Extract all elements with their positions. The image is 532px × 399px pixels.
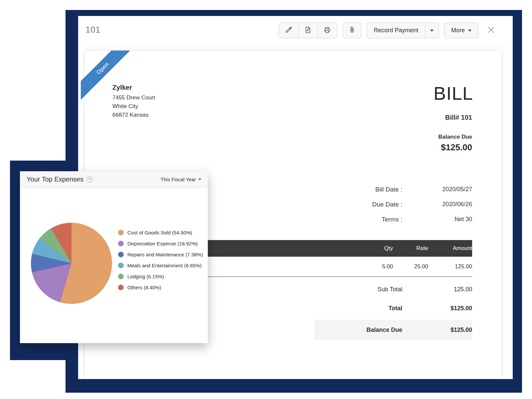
expenses-legend: Cost of Goods Sold (54.50%)Depreciation … [118, 227, 203, 293]
bill-date-value: 2020/05/27 [402, 186, 472, 193]
qty-cell: 5.00 [360, 263, 393, 270]
total-row: Total $125.00 [314, 299, 472, 318]
balance-due-row-value: $125.00 [402, 327, 472, 333]
legend-label: Cost of Goods Sold (54.50%) [127, 230, 192, 235]
more-button[interactable]: More [444, 23, 478, 38]
help-icon[interactable]: ? [86, 176, 93, 183]
amount-header: Amount [428, 245, 472, 252]
screenshot-root: 101 [0, 0, 532, 399]
status-ribbon-label: Open [95, 61, 110, 76]
bill-number-title: 101 [85, 25, 100, 35]
terms-value: Net 30 [402, 216, 472, 223]
pdf-button[interactable] [298, 23, 318, 38]
bill-date-label: Bill Date : [375, 186, 402, 193]
pencil-icon [285, 26, 293, 35]
legend-color-dot [118, 252, 124, 257]
due-date-label: Due Date : [372, 201, 402, 208]
record-payment-label: Record Payment [374, 27, 418, 34]
printer-icon [323, 26, 331, 35]
balance-due-label: Balance Due [438, 134, 472, 140]
toolbar: Record Payment More [279, 23, 498, 38]
balance-due-row: Balance Due $125.00 [314, 320, 472, 340]
vendor-address-line: 7455 Drew Court [112, 93, 155, 102]
expenses-pie-chart [31, 223, 112, 304]
qty-header: Qty [360, 245, 393, 252]
balance-due-block: Balance Due $125.00 [438, 134, 472, 153]
legend-item: Lodging (6.15%) [118, 271, 203, 282]
paperclip-icon [348, 26, 356, 35]
vendor-address-block: Zylker 7455 Drew Court White City 66872 … [112, 84, 155, 119]
print-button[interactable] [318, 23, 337, 38]
totals-section: Sub Total 125.00 Total $125.00 Balance D… [314, 280, 472, 340]
legend-label: Repairs and Maintenance (7.38%) [127, 252, 203, 257]
window-header: 101 [78, 16, 513, 47]
bill-meta: Bill Date : 2020/05/27 Due Date : 2020/0… [273, 182, 472, 227]
toolbar-button-group [279, 23, 337, 38]
legend-item: Repairs and Maintenance (7.38%) [118, 249, 203, 260]
balance-due-amount: $125.00 [438, 142, 472, 153]
terms-row: Terms : Net 30 [273, 212, 472, 227]
legend-color-dot [118, 274, 124, 279]
close-button[interactable] [484, 23, 498, 38]
legend-label: Lodging (6.15%) [127, 274, 164, 279]
legend-label: Depreciation Expense (16.92%) [127, 241, 198, 246]
pdf-icon [304, 26, 312, 35]
balance-due-row-label: Balance Due [314, 327, 402, 333]
vendor-address-line: 66872 Kansas [112, 111, 155, 119]
rate-cell: 25.00 [393, 263, 428, 270]
legend-item: Depreciation Expense (16.92%) [118, 238, 203, 249]
record-payment-button[interactable]: Record Payment [367, 23, 425, 38]
legend-item: Others (8.40%) [118, 282, 203, 293]
document-type-title: BILL [434, 82, 473, 104]
legend-item: Cost of Goods Sold (54.50%) [118, 227, 203, 238]
legend-label: Others (8.40%) [127, 285, 161, 290]
chevron-down-icon [468, 30, 471, 32]
chevron-down-icon [199, 179, 201, 180]
period-label: This Fiscal Year [161, 177, 196, 182]
top-expenses-title: Your Top Expenses [27, 176, 83, 183]
due-date-row: Due Date : 2020/06/26 [273, 197, 472, 212]
subtotal-row: Sub Total 125.00 [314, 280, 472, 299]
top-expenses-header: Your Top Expenses ? This Fiscal Year [20, 171, 208, 188]
vendor-address-line: White City [112, 102, 155, 111]
total-label: Total [314, 305, 402, 312]
subtotal-label: Sub Total [314, 286, 402, 293]
legend-color-dot [118, 241, 124, 246]
total-value: $125.00 [402, 305, 472, 312]
period-selector[interactable]: This Fiscal Year [161, 177, 201, 182]
close-icon [487, 26, 495, 36]
chevron-down-icon [430, 30, 434, 32]
ribbon-fold [81, 94, 86, 99]
due-date-value: 2020/06/26 [402, 201, 472, 208]
vendor-name: Zylker [112, 84, 155, 91]
more-label: More [451, 27, 465, 34]
subtotal-value: 125.00 [402, 286, 472, 293]
terms-label: Terms : [382, 216, 402, 223]
legend-item: Meals and Entertainment (6.65%) [118, 260, 203, 271]
bill-date-row: Bill Date : 2020/05/27 [273, 182, 472, 197]
legend-color-dot [118, 285, 124, 290]
attach-button[interactable] [343, 23, 361, 38]
record-payment-split-button: Record Payment [367, 23, 439, 38]
legend-color-dot [118, 230, 124, 235]
edit-button[interactable] [279, 23, 298, 38]
legend-color-dot [118, 263, 124, 268]
rate-header: Rate [393, 245, 428, 252]
record-payment-dropdown-button[interactable] [425, 23, 439, 38]
legend-label: Meals and Entertainment (6.65%) [127, 263, 201, 268]
bill-number: Bill# 101 [445, 114, 472, 121]
amount-cell: 125.00 [428, 263, 472, 270]
top-expenses-card: Your Top Expenses ? This Fiscal Year Cos… [20, 171, 208, 343]
